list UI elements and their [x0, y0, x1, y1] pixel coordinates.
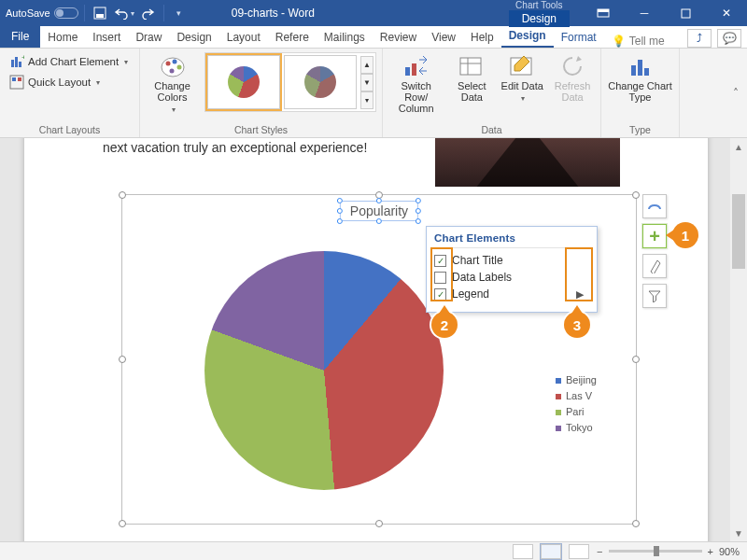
- svg-rect-17: [405, 67, 410, 76]
- tab-home[interactable]: Home: [40, 27, 85, 48]
- chart-legend[interactable]: Beijing Las V Pari Tokyo: [556, 372, 597, 436]
- palette-icon: [159, 54, 187, 78]
- status-bar: − + 90%: [0, 541, 747, 560]
- scroll-thumb[interactable]: [732, 194, 745, 269]
- scroll-up-icon[interactable]: ▲: [730, 138, 747, 155]
- svg-rect-25: [644, 68, 649, 76]
- maximize-icon[interactable]: [665, 0, 706, 26]
- close-icon[interactable]: ✕: [706, 0, 747, 26]
- qat-customize-icon[interactable]: ▾: [168, 2, 190, 24]
- ribbon: + Add Chart Element▾ Quick Layout▾ Chart…: [0, 49, 747, 138]
- tab-design[interactable]: Design: [169, 27, 218, 48]
- chart-style-2[interactable]: [284, 55, 357, 109]
- chart-styles-button[interactable]: [642, 254, 667, 278]
- tab-mailings[interactable]: Mailings: [317, 27, 373, 48]
- tell-me-search[interactable]: 💡 Tell me: [612, 35, 665, 48]
- svg-point-15: [176, 65, 181, 70]
- redo-icon[interactable]: [137, 2, 160, 24]
- group-label-styles: Chart Styles: [146, 123, 376, 135]
- resize-handle[interactable]: [375, 520, 383, 527]
- lightbulb-icon: 💡: [612, 35, 626, 48]
- comments-icon[interactable]: 💬: [717, 29, 741, 48]
- chart-styles-gallery[interactable]: ▲▼▾: [204, 52, 376, 112]
- chart-title[interactable]: Popularity: [340, 201, 418, 221]
- resize-handle[interactable]: [119, 520, 126, 527]
- edit-data-icon: [509, 54, 535, 78]
- undo-icon[interactable]: ▾: [113, 2, 135, 24]
- svg-rect-3: [598, 9, 609, 12]
- resize-handle[interactable]: [119, 356, 126, 363]
- flyout-title: Chart Elements: [432, 232, 591, 248]
- chart-style-1[interactable]: [207, 55, 280, 109]
- zoom-level[interactable]: 90%: [719, 546, 740, 557]
- ribbon-tabs: File Home Insert Draw Design Layout Refe…: [0, 26, 747, 49]
- group-label-data: Data: [388, 123, 595, 135]
- tab-file[interactable]: File: [0, 25, 40, 48]
- collapse-ribbon-icon[interactable]: ˄: [725, 49, 747, 137]
- tab-review[interactable]: Review: [373, 27, 424, 48]
- svg-rect-23: [631, 65, 636, 76]
- share-icon[interactable]: ⤴: [687, 29, 712, 48]
- zoom-in-button[interactable]: +: [708, 546, 713, 557]
- svg-point-16: [169, 69, 174, 74]
- vertical-scrollbar[interactable]: ▲ ▼: [730, 138, 747, 541]
- inline-image[interactable]: [435, 138, 620, 187]
- page[interactable]: next vacation truly an exceptional exper…: [24, 138, 708, 541]
- pie-chart[interactable]: [204, 251, 444, 490]
- autosave-label: AutoSave: [6, 7, 50, 19]
- ribbon-options-icon[interactable]: [583, 0, 624, 26]
- minimize-icon[interactable]: ─: [624, 0, 665, 26]
- change-chart-type-icon: [627, 54, 655, 78]
- resize-handle[interactable]: [632, 520, 640, 527]
- annotation-bubble-1: 1: [672, 222, 698, 248]
- submenu-arrow-icon[interactable]: ▶: [576, 288, 584, 301]
- tab-chart-format[interactable]: Format: [554, 27, 604, 48]
- quick-layout-button[interactable]: Quick Layout▾: [6, 73, 132, 91]
- checkbox-icon[interactable]: ✓: [434, 288, 446, 301]
- svg-rect-18: [412, 63, 416, 76]
- refresh-data-button[interactable]: Refresh Data: [550, 52, 595, 103]
- change-colors-button[interactable]: Change Colors▾: [146, 52, 199, 116]
- select-data-button[interactable]: Select Data: [449, 52, 494, 103]
- autosave-toggle[interactable]: AutoSave: [6, 7, 78, 19]
- chart-side-buttons: +: [642, 194, 667, 308]
- chart-elements-button[interactable]: +: [642, 224, 667, 248]
- body-text: next vacation truly an exceptional exper…: [103, 140, 367, 155]
- change-chart-type-button[interactable]: Change Chart Type: [607, 52, 673, 103]
- title-bar: AutoSave ▾ ▾ 09-charts - Word Chart Tool…: [0, 0, 747, 26]
- switch-row-column-icon: [402, 54, 430, 78]
- zoom-out-button[interactable]: −: [597, 546, 602, 557]
- view-read-mode[interactable]: [513, 544, 533, 559]
- tab-references[interactable]: Refere: [268, 27, 317, 48]
- tab-chart-design[interactable]: Design: [501, 25, 554, 48]
- svg-rect-24: [638, 60, 642, 76]
- tab-view[interactable]: View: [424, 27, 463, 48]
- refresh-icon: [559, 54, 585, 78]
- add-chart-element-button[interactable]: + Add Chart Element▾: [6, 52, 132, 71]
- flyout-item-data-labels[interactable]: Data Labels: [432, 269, 591, 286]
- resize-handle[interactable]: [119, 191, 126, 199]
- resize-handle[interactable]: [632, 191, 640, 199]
- zoom-slider[interactable]: [609, 550, 702, 553]
- annotation-bubble-2: 2: [431, 312, 458, 338]
- flyout-item-legend[interactable]: ✓ Legend ▶: [432, 286, 591, 302]
- tab-layout[interactable]: Layout: [219, 27, 268, 48]
- flyout-item-chart-title[interactable]: ✓ Chart Title: [432, 252, 591, 269]
- document-area: next vacation truly an exceptional exper…: [0, 138, 747, 541]
- scroll-down-icon[interactable]: ▼: [730, 525, 747, 541]
- tell-me-label: Tell me: [629, 35, 665, 48]
- checkbox-icon[interactable]: [434, 272, 446, 284]
- tab-help[interactable]: Help: [463, 27, 501, 48]
- checkbox-icon[interactable]: ✓: [434, 255, 446, 267]
- view-print-layout[interactable]: [541, 544, 561, 559]
- view-web-layout[interactable]: [569, 544, 589, 559]
- save-icon[interactable]: [89, 2, 111, 24]
- tab-draw[interactable]: Draw: [128, 27, 169, 48]
- layout-options-button[interactable]: [642, 194, 667, 218]
- edit-data-button[interactable]: Edit Data▾: [500, 52, 544, 105]
- gallery-pager[interactable]: ▲▼▾: [360, 56, 374, 109]
- tab-insert[interactable]: Insert: [85, 27, 128, 48]
- switch-row-column-button[interactable]: Switch Row/ Column: [388, 52, 444, 114]
- resize-handle[interactable]: [632, 356, 640, 363]
- chart-filters-button[interactable]: [642, 284, 667, 308]
